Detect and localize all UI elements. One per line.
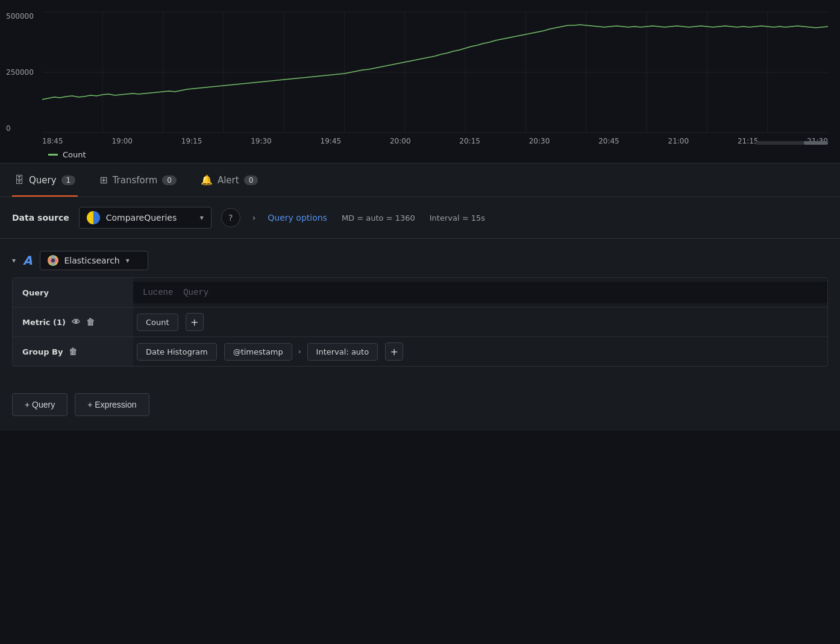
count-pill[interactable]: Count	[137, 314, 178, 331]
lucene-query-input[interactable]	[133, 282, 827, 303]
chart-svg	[42, 12, 828, 133]
group-by-field-label: Group By	[22, 347, 63, 356]
add-metric-button[interactable]: +	[186, 313, 204, 331]
help-button[interactable]: ?	[221, 208, 240, 227]
tab-query[interactable]: 🗄 Query 1	[12, 163, 78, 197]
group-by-trash-icon[interactable]: 🗑	[69, 347, 77, 356]
bottom-buttons: + Query + Expression	[0, 379, 840, 431]
tabs-row: 🗄 Query 1 ⊞ Transform 0 🔔 Alert 0	[0, 163, 840, 197]
trash-icon[interactable]: 🗑	[86, 317, 95, 327]
date-histogram-pill[interactable]: Date Histogram	[137, 343, 217, 361]
query-letter: A	[23, 253, 32, 268]
data-source-label: Data source	[12, 213, 69, 223]
chart-area: 500000 250000 0 18:45 19:00 19:15 19:30 …	[0, 0, 840, 163]
data-source-selector[interactable]: CompareQueries ▾	[79, 207, 212, 229]
group-by-content-cell: Date Histogram @timestamp › Interval: au…	[133, 339, 827, 364]
tab-alert-label: Alert	[218, 175, 239, 186]
bell-icon: 🔔	[201, 174, 213, 186]
legend-label: Count	[63, 150, 86, 159]
query-content-cell[interactable]	[133, 282, 827, 303]
x-label-7: 20:30	[529, 137, 550, 145]
x-label-9: 21:00	[668, 137, 689, 145]
query-options-button[interactable]: Query options	[268, 213, 327, 223]
interval-chevron-icon: ›	[298, 347, 301, 356]
y-label-500k: 500000	[6, 12, 34, 21]
x-axis-labels: 18:45 19:00 19:15 19:30 19:45 20:00 20:1…	[42, 134, 828, 145]
metric-field-label: Metric (1)	[22, 318, 66, 327]
datasource-chevron-icon: ▾	[200, 213, 204, 222]
tab-alert-badge: 0	[244, 175, 259, 185]
datasource-name: CompareQueries	[106, 213, 194, 223]
query-meta-md: MD = auto = 1360	[342, 213, 415, 223]
query-a-header: ▾ A Elasticsearch ▾	[12, 251, 828, 270]
eye-icon[interactable]: 👁	[72, 317, 80, 327]
tab-query-label: Query	[29, 175, 57, 186]
legend-color	[48, 154, 58, 156]
scrollbar-track[interactable]	[756, 141, 828, 145]
tab-transform-badge: 0	[162, 175, 177, 185]
y-label-0: 0	[6, 124, 34, 133]
tab-transform[interactable]: ⊞ Transform 0	[97, 163, 179, 197]
query-field-label: Query	[22, 288, 49, 297]
x-label-3: 19:30	[251, 137, 272, 145]
query-fields-table: Query Metric (1) 👁 🗑 Count + Group By 🗑	[12, 277, 828, 367]
query-editor: ▾ A Elasticsearch ▾ Query	[0, 239, 840, 379]
chart-y-labels: 500000 250000 0	[6, 12, 34, 133]
y-label-250k: 250000	[6, 68, 34, 77]
group-by-label-cell: Group By 🗑	[13, 337, 133, 366]
x-label-0: 18:45	[42, 137, 63, 145]
add-expression-button[interactable]: + Expression	[75, 393, 149, 416]
metric-field-row: Metric (1) 👁 🗑 Count +	[13, 308, 827, 337]
elasticsearch-icon	[48, 255, 58, 266]
chart-legend: Count	[42, 150, 828, 159]
db-name: Elasticsearch	[64, 256, 120, 265]
query-meta-interval: Interval = 15s	[430, 213, 485, 223]
database-icon: 🗄	[14, 174, 24, 186]
x-label-1: 19:00	[111, 137, 133, 145]
add-query-button[interactable]: + Query	[12, 393, 67, 416]
tab-alert[interactable]: 🔔 Alert 0	[198, 163, 260, 197]
x-label-6: 20:15	[459, 137, 480, 145]
data-source-row: Data source CompareQueries ▾ ? › Query o…	[0, 197, 840, 239]
x-label-2: 19:15	[181, 137, 202, 145]
transform-icon: ⊞	[99, 174, 107, 186]
x-label-5: 20:00	[390, 137, 411, 145]
metric-content-cell: Count +	[133, 309, 827, 335]
db-selector[interactable]: Elasticsearch ▾	[40, 251, 148, 270]
query-label-cell: Query	[13, 278, 133, 307]
x-label-8: 20:45	[598, 137, 619, 145]
db-chevron-icon: ▾	[126, 256, 130, 265]
collapse-button[interactable]: ▾	[12, 256, 16, 265]
scrollbar-thumb[interactable]	[804, 141, 828, 145]
interval-pill[interactable]: Interval: auto	[307, 343, 378, 361]
datasource-icon	[87, 211, 100, 224]
add-group-button[interactable]: +	[385, 343, 403, 361]
tab-query-badge: 1	[61, 175, 76, 185]
help-icon: ?	[228, 213, 233, 223]
svg-point-18	[51, 259, 55, 262]
query-field-row: Query	[13, 278, 827, 308]
x-label-4: 19:45	[321, 137, 342, 145]
chevron-right-icon: ›	[250, 213, 259, 223]
tab-transform-label: Transform	[113, 175, 158, 186]
x-label-10: 21:15	[738, 137, 759, 145]
metric-label-cell: Metric (1) 👁 🗑	[13, 308, 133, 336]
timestamp-pill[interactable]: @timestamp	[224, 343, 292, 361]
group-by-field-row: Group By 🗑 Date Histogram @timestamp › I…	[13, 337, 827, 366]
